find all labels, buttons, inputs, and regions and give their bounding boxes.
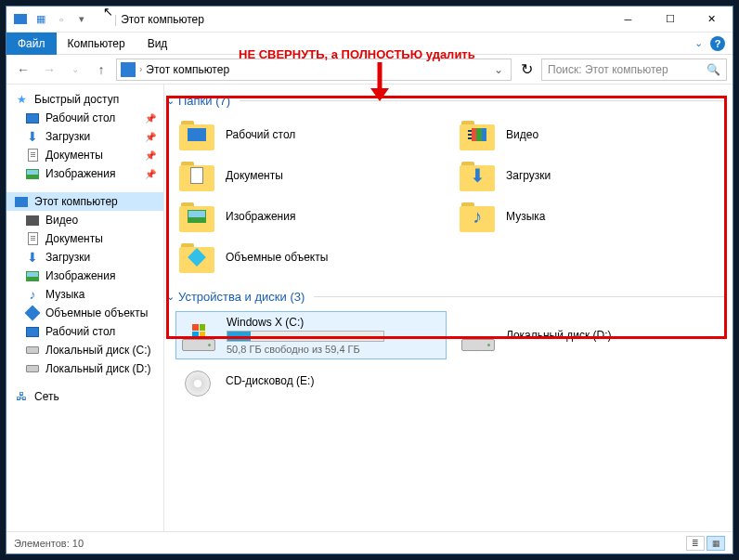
new-folder-icon[interactable]: ▫ [53, 11, 70, 28]
address-text[interactable]: Этот компьютер [146, 63, 229, 76]
sidebar-item-video[interactable]: Видео [6, 211, 163, 229]
nav-row: ← → ⌄ ↑ › Этот компьютер ⌄ ↻ Поиск: Этот… [6, 55, 733, 85]
window-title: Этот компьютер [121, 13, 204, 26]
drive-c[interactable]: Windows X (C:) 50,8 ГБ свободно из 59,4 … [175, 311, 447, 359]
sidebar-item-desktop[interactable]: Рабочий стол📌 [6, 109, 163, 127]
sidebar-item-pictures2[interactable]: Изображения [6, 267, 163, 285]
sidebar-item-drive-c[interactable]: Локальный диск (C:) [6, 341, 163, 359]
sidebar-this-pc[interactable]: Этот компьютер [6, 192, 163, 211]
pc-icon [14, 194, 29, 209]
ribbon: Файл Компьютер Вид ⌄ ? [6, 33, 733, 55]
sidebar-network[interactable]: 🖧Сеть [6, 387, 163, 406]
drive-icon [25, 343, 40, 358]
status-text: Элементов: 10 [14, 538, 84, 549]
sidebar-item-downloads2[interactable]: ⬇Загрузки [6, 248, 163, 267]
up-button[interactable]: ↑ [90, 59, 112, 81]
sidebar-item-desktop2[interactable]: Рабочий стол [6, 322, 163, 341]
separator: | [114, 13, 117, 26]
maximize-button[interactable]: ☐ [649, 7, 691, 33]
ribbon-expand-icon[interactable]: ⌄ [694, 37, 703, 49]
search-placeholder: Поиск: Этот компьютер [548, 63, 668, 76]
folder-music[interactable]: ♪Музыка [456, 197, 727, 236]
cube-icon [25, 306, 40, 320]
drive-cd-label: CD-дисковод (E:) [226, 374, 314, 387]
sidebar-item-music[interactable]: ♪Музыка [6, 285, 163, 304]
folder-icon [460, 119, 497, 150]
folder-desktop[interactable]: Рабочий стол [175, 115, 447, 154]
download-icon: ⬇ [25, 129, 40, 144]
sidebar-quick-access[interactable]: ★Быстрый доступ [6, 90, 163, 109]
folder-downloads[interactable]: ⬇Загрузки [456, 156, 727, 195]
pc-icon [121, 62, 136, 77]
network-icon: 🖧 [14, 389, 29, 404]
tab-computer[interactable]: Компьютер [57, 33, 136, 55]
sidebar-item-drive-d[interactable]: Локальный диск (D:) [6, 359, 163, 378]
folder-video[interactable]: Видео [456, 115, 727, 154]
pin-icon: 📌 [145, 169, 156, 179]
view-tiles-button[interactable]: ▦ [707, 536, 725, 551]
sidebar-item-pictures[interactable]: Изображения📌 [6, 164, 163, 183]
drive-icon [25, 361, 40, 376]
document-icon [25, 231, 40, 246]
sidebar-item-documents2[interactable]: Документы [6, 229, 163, 248]
desktop-icon [25, 324, 40, 339]
folder-3d-objects[interactable]: Объемные объекты [175, 238, 447, 277]
status-bar: Элементов: 10 ≣ ▦ [6, 531, 733, 553]
tab-view[interactable]: Вид [136, 33, 179, 55]
star-icon: ★ [14, 92, 29, 107]
image-icon [25, 166, 40, 181]
chevron-right-icon[interactable]: › [139, 64, 142, 74]
music-icon: ♪ [25, 287, 40, 302]
view-details-button[interactable]: ≣ [686, 536, 705, 551]
folder-icon [179, 160, 216, 191]
chevron-down-icon[interactable]: ⌄ [166, 291, 175, 303]
recent-dropdown-icon[interactable]: ⌄ [64, 59, 86, 81]
minimize-button[interactable]: ─ [607, 7, 649, 33]
folder-icon [179, 241, 216, 273]
video-icon [25, 213, 40, 228]
sidebar-item-3d[interactable]: Объемные объекты [6, 304, 163, 322]
back-button[interactable]: ← [12, 59, 34, 81]
window-controls: ─ ☐ ✕ [607, 7, 733, 33]
address-bar[interactable]: › Этот компьютер ⌄ [116, 59, 512, 81]
drive-icon [180, 319, 217, 351]
search-icon[interactable]: 🔍 [707, 63, 720, 76]
group-devices-header[interactable]: ⌄ Устройства и диски (3) [166, 286, 727, 307]
tab-file[interactable]: Файл [6, 33, 57, 55]
music-icon: ♪ [467, 208, 487, 225]
content-pane: ⌄ Папки (7) Рабочий стол Видео Документы… [164, 85, 733, 531]
drive-c-label: Windows X (C:) [227, 316, 384, 329]
search-input[interactable]: Поиск: Этот компьютер 🔍 [541, 59, 727, 81]
sidebar-item-documents[interactable]: Документы📌 [6, 146, 163, 164]
pin-icon: 📌 [145, 113, 156, 124]
folder-documents[interactable]: Документы [175, 156, 447, 195]
download-icon: ⬇ [25, 250, 40, 265]
folder-icon [179, 119, 216, 150]
sidebar-item-downloads[interactable]: ⬇Загрузки📌 [6, 127, 163, 146]
forward-button[interactable]: → [38, 59, 60, 81]
explorer-window: ↖ ▦ ▫ ▾ | Этот компьютер ─ ☐ ✕ Файл Комп… [6, 6, 733, 554]
qat-dropdown-icon[interactable]: ▾ [73, 11, 90, 28]
folders-grid: Рабочий стол Видео Документы ⬇Загрузки И… [166, 111, 727, 286]
folder-icon: ⬇ [460, 160, 497, 191]
refresh-button[interactable]: ↻ [515, 59, 538, 80]
help-icon[interactable]: ? [710, 36, 725, 51]
close-button[interactable]: ✕ [691, 7, 733, 33]
address-dropdown-icon[interactable]: ⌄ [490, 63, 507, 76]
quick-access-toolbar: ▦ ▫ ▾ [6, 11, 96, 28]
image-icon [25, 268, 40, 283]
drives-grid: Windows X (C:) 50,8 ГБ свободно из 59,4 … [166, 307, 727, 410]
drive-c-usage-bar [227, 331, 384, 342]
pin-icon: 📌 [145, 132, 156, 142]
properties-icon[interactable]: ▦ [32, 11, 49, 28]
folder-pictures[interactable]: Изображения [175, 197, 447, 236]
window-title-group: | Этот компьютер [114, 13, 204, 26]
windows-icon [192, 324, 205, 337]
drive-d[interactable]: Локальный диск (D:) [456, 311, 727, 359]
folder-icon: ♪ [460, 201, 497, 232]
chevron-down-icon[interactable]: ⌄ [166, 95, 175, 107]
drive-cd[interactable]: CD-дисковод (E:) [175, 361, 447, 400]
sidebar: ★Быстрый доступ Рабочий стол📌 ⬇Загрузки📌… [6, 85, 164, 531]
document-icon [25, 148, 40, 163]
group-folders-header[interactable]: ⌄ Папки (7) [166, 90, 727, 111]
